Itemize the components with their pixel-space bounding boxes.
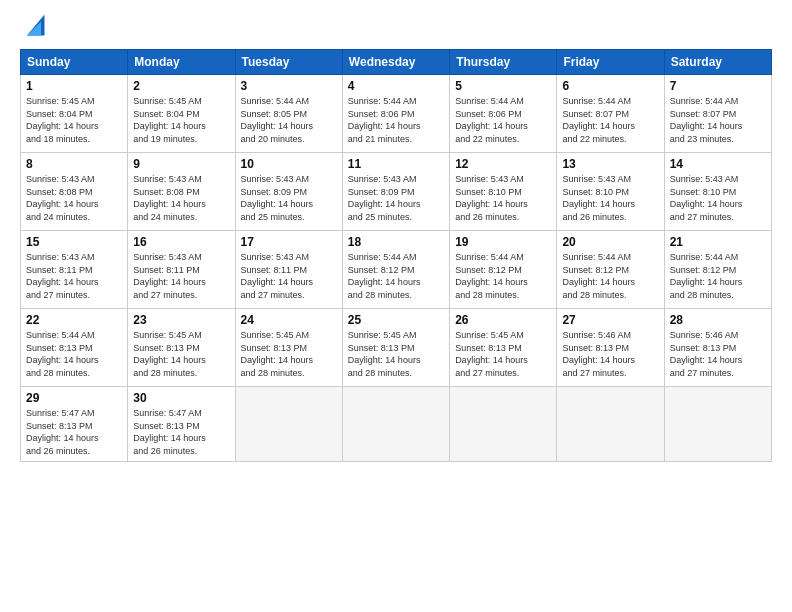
day-number: 17 [241, 235, 337, 249]
day-number: 28 [670, 313, 766, 327]
weekday-header-thursday: Thursday [450, 50, 557, 75]
day-number: 8 [26, 157, 122, 171]
calendar-cell: 13Sunrise: 5:43 AM Sunset: 8:10 PM Dayli… [557, 153, 664, 231]
calendar-cell: 29Sunrise: 5:47 AM Sunset: 8:13 PM Dayli… [21, 387, 128, 462]
day-number: 11 [348, 157, 444, 171]
day-number: 5 [455, 79, 551, 93]
day-info: Sunrise: 5:43 AM Sunset: 8:10 PM Dayligh… [670, 173, 766, 223]
calendar-cell: 23Sunrise: 5:45 AM Sunset: 8:13 PM Dayli… [128, 309, 235, 387]
calendar-cell: 1Sunrise: 5:45 AM Sunset: 8:04 PM Daylig… [21, 75, 128, 153]
calendar-cell: 15Sunrise: 5:43 AM Sunset: 8:11 PM Dayli… [21, 231, 128, 309]
day-info: Sunrise: 5:45 AM Sunset: 8:04 PM Dayligh… [26, 95, 122, 145]
svg-marker-1 [27, 22, 41, 36]
day-number: 2 [133, 79, 229, 93]
day-info: Sunrise: 5:43 AM Sunset: 8:10 PM Dayligh… [455, 173, 551, 223]
day-info: Sunrise: 5:43 AM Sunset: 8:10 PM Dayligh… [562, 173, 658, 223]
logo-icon [20, 11, 48, 39]
calendar-cell: 30Sunrise: 5:47 AM Sunset: 8:13 PM Dayli… [128, 387, 235, 462]
day-number: 4 [348, 79, 444, 93]
logo [20, 15, 52, 39]
calendar-cell: 11Sunrise: 5:43 AM Sunset: 8:09 PM Dayli… [342, 153, 449, 231]
day-info: Sunrise: 5:44 AM Sunset: 8:07 PM Dayligh… [670, 95, 766, 145]
day-number: 19 [455, 235, 551, 249]
day-info: Sunrise: 5:43 AM Sunset: 8:11 PM Dayligh… [26, 251, 122, 301]
day-info: Sunrise: 5:47 AM Sunset: 8:13 PM Dayligh… [133, 407, 229, 457]
calendar-cell [664, 387, 771, 462]
day-info: Sunrise: 5:46 AM Sunset: 8:13 PM Dayligh… [670, 329, 766, 379]
day-info: Sunrise: 5:47 AM Sunset: 8:13 PM Dayligh… [26, 407, 122, 457]
calendar-cell [557, 387, 664, 462]
calendar-cell: 19Sunrise: 5:44 AM Sunset: 8:12 PM Dayli… [450, 231, 557, 309]
day-info: Sunrise: 5:43 AM Sunset: 8:11 PM Dayligh… [133, 251, 229, 301]
calendar-cell: 16Sunrise: 5:43 AM Sunset: 8:11 PM Dayli… [128, 231, 235, 309]
calendar-week-row: 1Sunrise: 5:45 AM Sunset: 8:04 PM Daylig… [21, 75, 772, 153]
day-number: 23 [133, 313, 229, 327]
calendar-cell: 9Sunrise: 5:43 AM Sunset: 8:08 PM Daylig… [128, 153, 235, 231]
calendar-cell [450, 387, 557, 462]
calendar-cell: 3Sunrise: 5:44 AM Sunset: 8:05 PM Daylig… [235, 75, 342, 153]
day-number: 24 [241, 313, 337, 327]
calendar-cell: 27Sunrise: 5:46 AM Sunset: 8:13 PM Dayli… [557, 309, 664, 387]
page: SundayMondayTuesdayWednesdayThursdayFrid… [0, 0, 792, 612]
calendar-cell: 24Sunrise: 5:45 AM Sunset: 8:13 PM Dayli… [235, 309, 342, 387]
calendar-cell: 4Sunrise: 5:44 AM Sunset: 8:06 PM Daylig… [342, 75, 449, 153]
day-number: 13 [562, 157, 658, 171]
day-number: 1 [26, 79, 122, 93]
calendar-cell: 5Sunrise: 5:44 AM Sunset: 8:06 PM Daylig… [450, 75, 557, 153]
day-info: Sunrise: 5:44 AM Sunset: 8:07 PM Dayligh… [562, 95, 658, 145]
calendar-cell: 25Sunrise: 5:45 AM Sunset: 8:13 PM Dayli… [342, 309, 449, 387]
day-number: 21 [670, 235, 766, 249]
day-number: 16 [133, 235, 229, 249]
day-info: Sunrise: 5:43 AM Sunset: 8:09 PM Dayligh… [241, 173, 337, 223]
day-number: 30 [133, 391, 229, 405]
header [20, 15, 772, 39]
weekday-header-monday: Monday [128, 50, 235, 75]
calendar-cell: 26Sunrise: 5:45 AM Sunset: 8:13 PM Dayli… [450, 309, 557, 387]
day-info: Sunrise: 5:43 AM Sunset: 8:08 PM Dayligh… [133, 173, 229, 223]
calendar-cell [235, 387, 342, 462]
day-info: Sunrise: 5:44 AM Sunset: 8:06 PM Dayligh… [455, 95, 551, 145]
day-info: Sunrise: 5:44 AM Sunset: 8:06 PM Dayligh… [348, 95, 444, 145]
day-number: 6 [562, 79, 658, 93]
calendar-cell: 7Sunrise: 5:44 AM Sunset: 8:07 PM Daylig… [664, 75, 771, 153]
day-info: Sunrise: 5:44 AM Sunset: 8:12 PM Dayligh… [562, 251, 658, 301]
calendar: SundayMondayTuesdayWednesdayThursdayFrid… [20, 49, 772, 462]
day-number: 7 [670, 79, 766, 93]
day-info: Sunrise: 5:45 AM Sunset: 8:13 PM Dayligh… [133, 329, 229, 379]
day-number: 25 [348, 313, 444, 327]
calendar-cell: 6Sunrise: 5:44 AM Sunset: 8:07 PM Daylig… [557, 75, 664, 153]
calendar-cell: 22Sunrise: 5:44 AM Sunset: 8:13 PM Dayli… [21, 309, 128, 387]
day-number: 26 [455, 313, 551, 327]
day-info: Sunrise: 5:46 AM Sunset: 8:13 PM Dayligh… [562, 329, 658, 379]
weekday-header-tuesday: Tuesday [235, 50, 342, 75]
weekday-header-row: SundayMondayTuesdayWednesdayThursdayFrid… [21, 50, 772, 75]
day-info: Sunrise: 5:43 AM Sunset: 8:09 PM Dayligh… [348, 173, 444, 223]
weekday-header-friday: Friday [557, 50, 664, 75]
day-number: 29 [26, 391, 122, 405]
calendar-cell: 8Sunrise: 5:43 AM Sunset: 8:08 PM Daylig… [21, 153, 128, 231]
day-info: Sunrise: 5:44 AM Sunset: 8:05 PM Dayligh… [241, 95, 337, 145]
day-number: 27 [562, 313, 658, 327]
day-info: Sunrise: 5:44 AM Sunset: 8:13 PM Dayligh… [26, 329, 122, 379]
day-info: Sunrise: 5:44 AM Sunset: 8:12 PM Dayligh… [455, 251, 551, 301]
calendar-week-row: 22Sunrise: 5:44 AM Sunset: 8:13 PM Dayli… [21, 309, 772, 387]
day-info: Sunrise: 5:43 AM Sunset: 8:08 PM Dayligh… [26, 173, 122, 223]
day-number: 12 [455, 157, 551, 171]
calendar-cell: 12Sunrise: 5:43 AM Sunset: 8:10 PM Dayli… [450, 153, 557, 231]
day-info: Sunrise: 5:45 AM Sunset: 8:13 PM Dayligh… [241, 329, 337, 379]
day-info: Sunrise: 5:45 AM Sunset: 8:04 PM Dayligh… [133, 95, 229, 145]
calendar-cell: 2Sunrise: 5:45 AM Sunset: 8:04 PM Daylig… [128, 75, 235, 153]
day-number: 14 [670, 157, 766, 171]
calendar-cell: 14Sunrise: 5:43 AM Sunset: 8:10 PM Dayli… [664, 153, 771, 231]
calendar-week-row: 8Sunrise: 5:43 AM Sunset: 8:08 PM Daylig… [21, 153, 772, 231]
calendar-cell: 10Sunrise: 5:43 AM Sunset: 8:09 PM Dayli… [235, 153, 342, 231]
calendar-week-row: 15Sunrise: 5:43 AM Sunset: 8:11 PM Dayli… [21, 231, 772, 309]
day-number: 18 [348, 235, 444, 249]
day-number: 10 [241, 157, 337, 171]
day-number: 22 [26, 313, 122, 327]
weekday-header-saturday: Saturday [664, 50, 771, 75]
weekday-header-wednesday: Wednesday [342, 50, 449, 75]
day-info: Sunrise: 5:44 AM Sunset: 8:12 PM Dayligh… [670, 251, 766, 301]
calendar-week-row: 29Sunrise: 5:47 AM Sunset: 8:13 PM Dayli… [21, 387, 772, 462]
day-number: 9 [133, 157, 229, 171]
